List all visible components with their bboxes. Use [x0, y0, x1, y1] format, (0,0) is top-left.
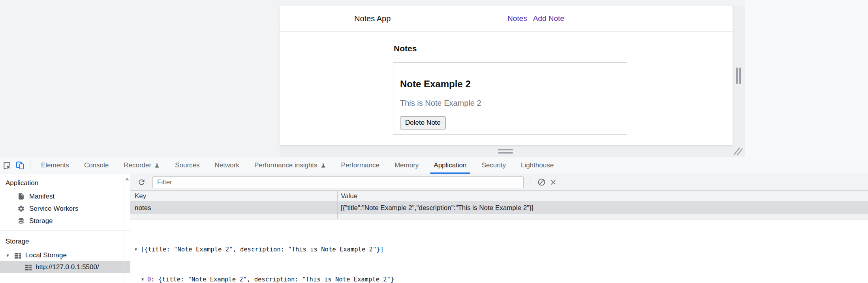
database-icon: [17, 217, 25, 225]
sidebar-scrollbar[interactable]: [124, 174, 130, 283]
page-nav: Notes Add Note: [507, 6, 564, 32]
delete-selected-button[interactable]: [547, 176, 559, 188]
toggle-device-toolbar-button[interactable]: [13, 157, 27, 174]
filter-bar-separator: [530, 177, 530, 187]
experiment-icon: [154, 163, 160, 169]
refresh-icon: [137, 178, 146, 186]
devtools-panel: Elements Console Recorder Sources Networ…: [0, 157, 868, 283]
chevron-down-icon[interactable]: ▼: [6, 253, 11, 258]
viewport-resize-handle-corner[interactable]: [733, 145, 744, 156]
page-brand: Notes App: [354, 6, 391, 32]
clear-all-button[interactable]: [535, 176, 547, 188]
corner-resize-icon: [733, 145, 744, 156]
column-header-value[interactable]: Value: [338, 191, 868, 201]
chevron-down-icon[interactable]: ▼: [135, 244, 141, 254]
tree-item-0[interactable]: ▼0: {title: "Note Example 2", descriptio…: [141, 274, 868, 283]
refresh-button[interactable]: [135, 176, 147, 188]
file-icon: [17, 193, 25, 200]
nav-link-add-note[interactable]: Add Note: [533, 14, 564, 23]
sidebar-item-local-storage-origin[interactable]: http://127.0.0.1:5500/: [0, 261, 130, 273]
delete-note-button[interactable]: Delete Note: [400, 116, 446, 129]
screen: Notes App Notes Add Note Notes Note Exam…: [0, 0, 868, 283]
table-row-notes[interactable]: notes [{"title":"Note Example 2","descri…: [130, 202, 868, 214]
rendered-page: Notes App Notes Add Note Notes Note Exam…: [280, 6, 733, 145]
device-mode-canvas-right: [745, 0, 868, 157]
tab-performance-insights[interactable]: Performance insights: [247, 157, 334, 174]
viewport-resize-handle-bottom[interactable]: [498, 148, 513, 154]
tab-console[interactable]: Console: [77, 157, 116, 174]
tab-recorder[interactable]: Recorder: [116, 157, 167, 174]
tab-network[interactable]: Network: [207, 157, 247, 174]
tab-security[interactable]: Security: [474, 157, 513, 174]
row-value: [{"title":"Note Example 2","description"…: [338, 202, 868, 214]
tab-elements[interactable]: Elements: [34, 157, 77, 174]
tab-performance[interactable]: Performance: [334, 157, 387, 174]
toolbar-separator: [30, 160, 30, 171]
local-storage-panel: Key Value notes [{"title":"Note Example …: [130, 174, 868, 283]
storage-table-header: Key Value: [130, 191, 868, 202]
application-sidebar: Application Manifest Service Workers: [0, 174, 130, 283]
tab-application[interactable]: Application: [426, 157, 474, 174]
sidebar-item-local-storage[interactable]: ▼ Local Storage: [0, 249, 130, 261]
gear-icon: [17, 205, 25, 212]
note-title: Note Example 2: [400, 79, 627, 90]
viewport-resize-handle-right[interactable]: [736, 67, 742, 84]
inspect-element-button[interactable]: [0, 157, 13, 174]
column-header-key[interactable]: Key: [130, 191, 338, 201]
close-icon: [549, 178, 557, 186]
tab-memory[interactable]: Memory: [387, 157, 426, 174]
nav-link-notes[interactable]: Notes: [507, 14, 527, 23]
sidebar-section-storage: Storage: [0, 231, 130, 249]
table-empty-row: [130, 214, 868, 219]
inspect-cursor-icon: [2, 161, 11, 170]
device-toolbar-icon: [15, 161, 25, 170]
tab-lighthouse[interactable]: Lighthouse: [513, 157, 561, 174]
tree-root[interactable]: ▼[{title: "Note Example 2", description:…: [135, 244, 868, 255]
sidebar-item-manifest[interactable]: Manifest: [0, 190, 130, 202]
scroll-up-icon: [125, 178, 129, 180]
note-description: This is Note Example 2: [400, 99, 627, 108]
chevron-down-icon[interactable]: ▼: [141, 274, 147, 283]
table-icon: [14, 252, 22, 259]
sidebar-item-service-workers[interactable]: Service Workers: [0, 202, 130, 215]
tab-sources[interactable]: Sources: [167, 157, 207, 174]
note-card: Note Example 2 This is Note Example 2 De…: [393, 62, 627, 135]
block-icon: [537, 178, 546, 186]
sidebar-item-storage[interactable]: Storage: [0, 215, 130, 227]
storage-value-preview: ▼[{title: "Note Example 2", description:…: [130, 219, 868, 283]
sidebar-section-application: Application: [0, 174, 130, 190]
devtools-toolbar: Elements Console Recorder Sources Networ…: [0, 157, 868, 174]
filter-input[interactable]: [152, 176, 524, 188]
storage-filter-bar: [130, 174, 868, 191]
experiment-icon: [320, 163, 326, 169]
notes-section-heading: Notes: [394, 44, 733, 53]
table-icon: [24, 264, 32, 271]
page-header: Notes App Notes Add Note: [280, 6, 733, 32]
row-key: notes: [130, 202, 338, 214]
